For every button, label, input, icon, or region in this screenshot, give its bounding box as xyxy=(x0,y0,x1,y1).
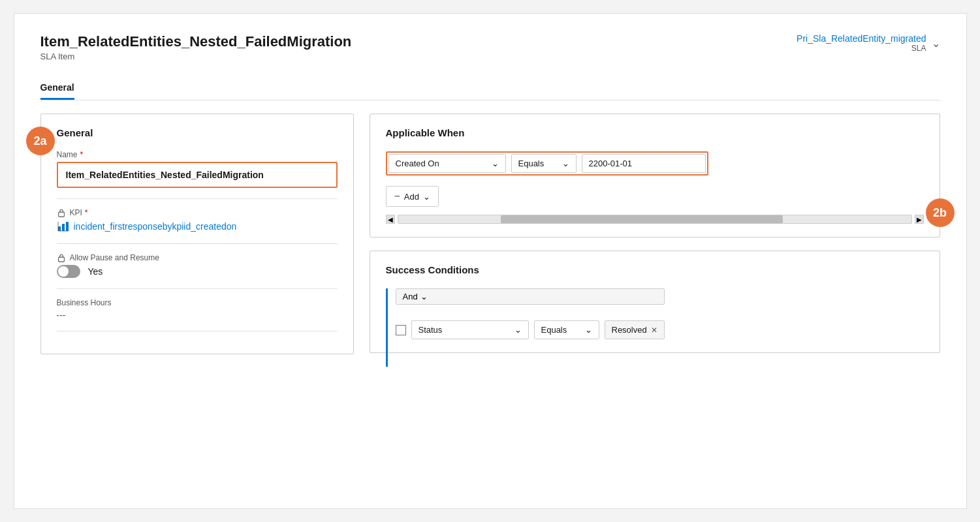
add-button[interactable]: − Add ⌄ xyxy=(386,186,439,207)
svg-rect-6 xyxy=(58,257,64,262)
general-panel: General Name* Item_RelatedEntities_Neste… xyxy=(40,114,354,354)
svg-rect-3 xyxy=(66,222,69,231)
header-left: Item_RelatedEntities_Nested_FailedMigrat… xyxy=(40,33,352,61)
name-label: Name* xyxy=(57,150,338,159)
scroll-left-arrow[interactable]: ◀ xyxy=(386,215,395,224)
name-field-value: Item_RelatedEntities_Nested_FailedMigrat… xyxy=(66,170,328,180)
and-chevron-icon: ⌄ xyxy=(420,292,428,301)
applicable-condition-box: Created On ⌄ Equals ⌄ xyxy=(386,151,708,176)
page-subtitle: SLA Item xyxy=(40,52,352,61)
pause-resume-toggle[interactable] xyxy=(57,265,80,278)
sla-selector[interactable]: Pri_Sla_RelatedEntity_migrated SLA ⌄ xyxy=(797,33,940,53)
page-header: Item_RelatedEntities_Nested_FailedMigrat… xyxy=(40,33,940,61)
created-on-dropdown[interactable]: Created On ⌄ xyxy=(388,154,506,173)
kpi-field-group: KPI* incident_firstresponsebykpiid_creat… xyxy=(57,208,338,233)
annotation-2a: 2a xyxy=(26,127,55,155)
name-field-box[interactable]: Item_RelatedEntities_Nested_FailedMigrat… xyxy=(57,162,338,188)
horizontal-scrollbar: ◀ ▶ xyxy=(386,215,924,224)
status-equals-dropdown[interactable]: Equals ⌄ xyxy=(534,320,599,339)
toggle-thumb xyxy=(58,266,69,277)
business-hours-label: Business Hours xyxy=(57,298,338,307)
success-condition-row: Status ⌄ Equals ⌄ Resolved ✕ xyxy=(396,320,665,339)
applicable-condition-row: Created On ⌄ Equals ⌄ xyxy=(386,151,924,176)
divider-4 xyxy=(57,331,338,331)
kpi-required-star: * xyxy=(85,208,88,217)
svg-rect-2 xyxy=(62,224,65,231)
main-content: 2a 2b General Name* Item_RelatedEntities… xyxy=(40,114,940,354)
allow-pause-label: Allow Pause and Resume xyxy=(57,253,338,262)
sla-label: SLA xyxy=(797,44,926,53)
kpi-label: KPI* xyxy=(57,208,338,217)
resolved-close-icon[interactable]: ✕ xyxy=(651,326,657,335)
add-chevron-icon: ⌄ xyxy=(423,192,430,202)
business-hours-group: Business Hours --- xyxy=(57,298,338,320)
chevron-down-icon: ⌄ xyxy=(932,37,940,50)
required-star: * xyxy=(80,150,84,159)
annotation-2b: 2b xyxy=(926,198,955,227)
allow-pause-group: Allow Pause and Resume Yes xyxy=(57,253,338,278)
condition-checkbox[interactable] xyxy=(396,325,406,335)
status-dropdown[interactable]: Status ⌄ xyxy=(411,320,529,339)
scroll-right-arrow[interactable]: ▶ xyxy=(915,215,924,224)
lock-icon xyxy=(57,208,66,217)
scroll-thumb xyxy=(501,215,783,223)
date-value-input[interactable] xyxy=(582,154,706,173)
divider-2 xyxy=(57,243,338,244)
name-field-group: Name* Item_RelatedEntities_Nested_Failed… xyxy=(57,150,338,188)
applicable-when-title: Applicable When xyxy=(386,127,924,138)
tab-bar: General xyxy=(40,77,940,100)
kpi-chart-icon xyxy=(57,220,70,233)
minus-icon: − xyxy=(394,191,400,202)
dropdown-chevron-icon: ⌄ xyxy=(492,159,499,168)
scroll-track[interactable] xyxy=(398,215,912,224)
lock-icon-2 xyxy=(57,253,66,262)
right-panel: Applicable When Created On ⌄ Equals ⌄ xyxy=(370,114,940,354)
kpi-link[interactable]: incident_firstresponsebykpiid_createdon xyxy=(57,220,338,233)
general-panel-title: General xyxy=(57,127,338,138)
success-conditions-title: Success Conditions xyxy=(386,264,924,275)
and-button[interactable]: And ⌄ xyxy=(396,288,665,305)
page-title: Item_RelatedEntities_Nested_FailedMigrat… xyxy=(40,33,352,50)
applicable-when-section: Applicable When Created On ⌄ Equals ⌄ xyxy=(370,114,940,238)
equals-operator-dropdown[interactable]: Equals ⌄ xyxy=(511,154,577,173)
status-op-chevron-icon: ⌄ xyxy=(585,325,592,335)
toggle-value-label: Yes xyxy=(88,266,103,277)
business-hours-value: --- xyxy=(57,310,338,320)
status-chevron-icon: ⌄ xyxy=(514,325,522,335)
toggle-row: Yes xyxy=(57,265,338,278)
blue-vertical-line xyxy=(386,288,388,367)
divider-3 xyxy=(57,288,338,289)
success-conditions-section: Success Conditions And ⌄ xyxy=(370,251,940,353)
sla-name: Pri_Sla_RelatedEntity_migrated xyxy=(797,33,926,44)
tab-general[interactable]: General xyxy=(40,77,74,100)
svg-rect-0 xyxy=(58,212,64,217)
resolved-badge: Resolved ✕ xyxy=(605,320,665,339)
operator-chevron-icon: ⌄ xyxy=(562,159,569,168)
divider-1 xyxy=(57,198,338,199)
svg-rect-1 xyxy=(58,226,61,231)
